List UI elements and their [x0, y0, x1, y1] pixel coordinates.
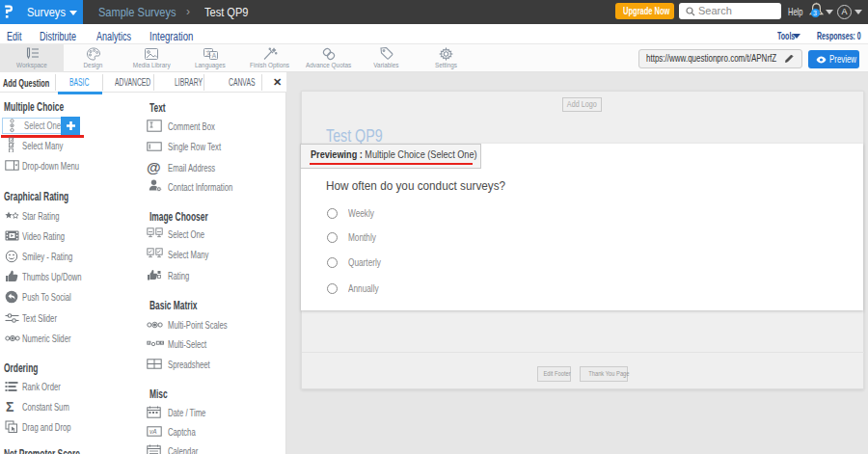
svg-text:文: 文 — [205, 49, 211, 56]
svg-text:vA: vA — [149, 428, 157, 435]
svg-text:A: A — [211, 52, 216, 59]
